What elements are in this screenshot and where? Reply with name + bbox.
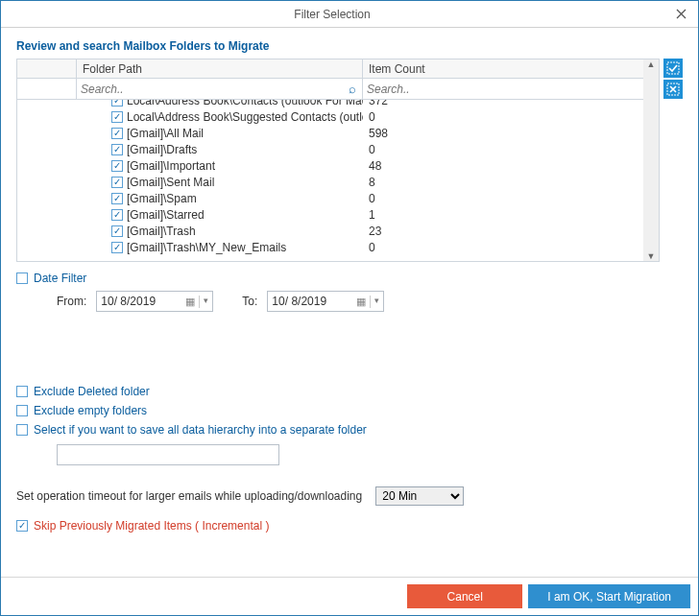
table-row[interactable]: [Gmail]\Important48 [17,157,659,174]
calendar-icon: ▦ [185,296,195,308]
item-count: 8 [363,176,659,189]
exclude-empty-checkbox[interactable] [16,405,28,416]
start-migration-button[interactable]: I am OK, Start Migration [528,584,690,608]
item-count: 23 [363,225,659,238]
search-path-input[interactable] [81,83,358,96]
select-all-button[interactable] [663,59,683,78]
table-row[interactable]: Local\Address Book\Contacts (outlook For… [17,100,659,108]
row-checkbox[interactable] [111,100,123,107]
folder-path: [Gmail]\Trash\MY_New_Emails [127,241,286,254]
from-label: From: [57,295,86,308]
skip-previously-option[interactable]: Skip Previously Migrated Items ( Increme… [16,519,683,533]
title-bar: Filter Selection [1,1,698,28]
grid-body: Local\Address Book\Contacts (outlook For… [17,100,659,261]
date-filter-label: Date Filter [34,272,86,285]
exclude-deleted-label: Exclude Deleted folder [34,385,150,398]
folder-path: Local\Address Book\Suggested Contacts (o… [127,110,363,124]
item-count: 0 [363,143,659,156]
calendar-icon: ▦ [356,296,366,308]
chevron-down-icon[interactable]: ▾ [199,296,208,308]
vertical-scrollbar[interactable]: ▲ ▼ [643,59,659,261]
folder-path: Local\Address Book\Contacts (outlook For… [127,100,363,107]
separate-folder-input[interactable] [57,444,279,465]
window-title: Filter Selection [1,8,663,21]
dialog-footer: Cancel I am OK, Start Migration [1,577,698,615]
scroll-up-icon[interactable]: ▲ [647,59,656,69]
to-label: To: [242,295,257,308]
search-icon[interactable]: ⌕ [349,82,356,96]
scroll-down-icon[interactable]: ▼ [647,251,656,261]
folder-path: [Gmail]\Trash [127,225,196,238]
separate-folder-option[interactable]: Select if you want to save all data hier… [16,423,683,437]
row-checkbox[interactable] [111,160,123,172]
table-row[interactable]: [Gmail]\Drafts0 [17,141,659,157]
item-count: 0 [363,110,659,124]
folder-path: [Gmail]\Drafts [127,143,197,156]
folder-path: [Gmail]\Sent Mail [127,176,214,189]
item-count: 598 [363,127,659,140]
grid-header-path[interactable]: Folder Path [77,59,363,78]
close-button[interactable] [663,1,698,27]
skip-previously-checkbox[interactable] [16,520,28,532]
table-row[interactable]: [Gmail]\Trash23 [17,223,659,239]
item-count: 0 [363,192,659,205]
folder-path: [Gmail]\Starred [127,208,205,222]
grid-search-row: ⌕ ⌕ [17,79,659,100]
folder-path: [Gmail]\Important [127,159,215,173]
row-checkbox[interactable] [111,242,123,253]
table-row[interactable]: [Gmail]\All Mail598 [17,125,659,141]
exclude-deleted-option[interactable]: Exclude Deleted folder [16,385,683,398]
item-count: 372 [363,100,659,107]
grid-header-count[interactable]: Item Count [363,59,659,78]
deselect-all-button[interactable] [663,80,683,99]
section-title: Review and search Mailbox Folders to Mig… [16,39,683,53]
close-icon [676,9,687,19]
folder-path: [Gmail]\Spam [127,192,197,205]
svg-rect-0 [667,62,679,74]
row-checkbox[interactable] [111,225,123,237]
row-checkbox[interactable] [111,111,123,123]
row-checkbox[interactable] [111,128,123,139]
date-filter-checkbox[interactable] [16,272,28,284]
grid-header-checkbox-col [17,59,77,78]
search-count-input[interactable] [367,83,655,96]
table-row[interactable]: [Gmail]\Trash\MY_New_Emails0 [17,239,659,255]
exclude-deleted-checkbox[interactable] [16,386,28,397]
table-row[interactable]: Local\Address Book\Suggested Contacts (o… [17,108,659,125]
table-row[interactable]: [Gmail]\Spam0 [17,190,659,206]
timeout-label: Set operation timeout for larger emails … [16,489,362,503]
exclude-empty-label: Exclude empty folders [34,404,147,417]
row-checkbox[interactable] [111,209,123,221]
select-all-icon [666,61,680,75]
folder-path: [Gmail]\All Mail [127,127,204,140]
timeout-select[interactable]: 20 Min [375,486,464,506]
separate-folder-label: Select if you want to save all data hier… [34,423,367,437]
table-row[interactable]: [Gmail]\Starred1 [17,206,659,223]
item-count: 1 [363,208,659,222]
deselect-all-icon [666,83,680,96]
grid-header: Folder Path Item Count [17,59,659,79]
date-filter-option[interactable]: Date Filter [16,272,683,285]
row-checkbox[interactable] [111,177,123,188]
skip-previously-label: Skip Previously Migrated Items ( Increme… [34,519,269,533]
folder-grid: Folder Path Item Count ⌕ ⌕ Local\Address… [16,59,660,262]
cancel-button[interactable]: Cancel [407,584,522,608]
from-date-input[interactable]: 10/ 8/2019 ▦▾ [96,291,213,312]
exclude-empty-option[interactable]: Exclude empty folders [16,404,683,417]
chevron-down-icon[interactable]: ▾ [370,296,379,308]
row-checkbox[interactable] [111,144,123,155]
item-count: 48 [363,159,659,173]
table-row[interactable]: [Gmail]\Sent Mail8 [17,174,659,190]
item-count: 0 [363,241,659,254]
row-checkbox[interactable] [111,193,123,204]
to-date-input[interactable]: 10/ 8/2019 ▦▾ [267,291,384,312]
separate-folder-checkbox[interactable] [16,424,28,436]
